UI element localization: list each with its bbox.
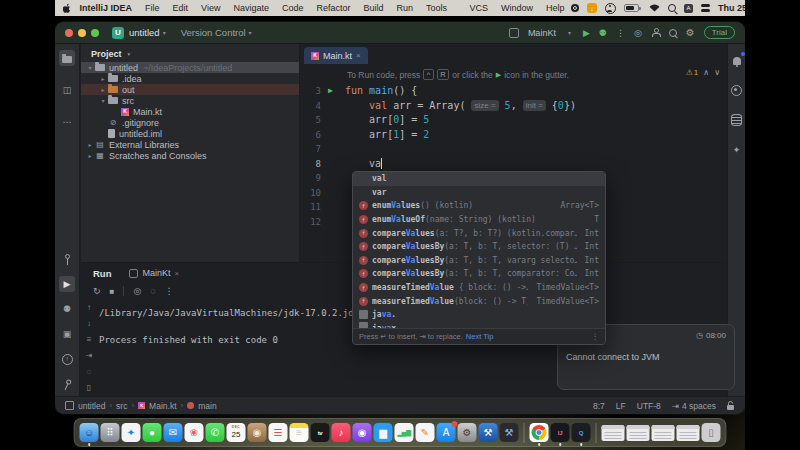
completion-item-4[interactable]: fcompareValues(a: T?, b: T?) (kotlin.com… — [353, 226, 605, 240]
breadcrumb-main-kt[interactable]: Main.kt — [149, 401, 176, 411]
dock-minimized-window-2[interactable] — [627, 425, 650, 441]
line-separator[interactable]: LF — [616, 401, 626, 411]
dock-contacts[interactable]: ◉ — [248, 423, 267, 442]
tree-item-src[interactable]: ▾src — [81, 95, 299, 106]
more-icon[interactable]: ⋮ — [592, 332, 600, 341]
trial-badge[interactable]: Trial — [704, 26, 735, 39]
apple-menu-icon[interactable] — [63, 3, 71, 13]
dock-music[interactable]: ♪ — [332, 423, 351, 442]
menu-run[interactable]: Run — [396, 3, 413, 13]
dock-reminders[interactable]: ☰ — [269, 423, 288, 442]
run-tab-mainkt[interactable]: MainKt × — [129, 268, 179, 278]
spotlight-search-icon[interactable] — [668, 4, 676, 12]
restore-layout-icon[interactable]: ◎ — [133, 286, 141, 296]
menu-vcs[interactable]: VCS — [470, 3, 489, 13]
dock-facetime[interactable]: ✆ — [206, 423, 225, 442]
completion-item-5[interactable]: fcompareValuesBy(a: T, b: T, selector: (… — [353, 240, 605, 254]
dock-notes[interactable]: ≡ — [290, 423, 309, 442]
settings-gear-icon[interactable]: ⚙ — [686, 27, 695, 38]
dock-pages[interactable]: ✎ — [416, 423, 435, 442]
menu-file[interactable]: File — [145, 3, 160, 13]
menu-help[interactable]: Help — [546, 3, 565, 13]
debug-tool-icon[interactable]: ⚉ — [59, 301, 75, 317]
dock-app-store[interactable]: A — [437, 423, 456, 442]
breadcrumb-src[interactable]: src — [116, 401, 127, 411]
print-icon[interactable]: ◌ — [87, 367, 92, 376]
soft-wrap-icon[interactable]: ≡ — [87, 335, 92, 344]
run-button[interactable]: ▶ — [583, 28, 590, 38]
next-tip-link[interactable]: Next Tip — [466, 332, 494, 341]
tree-item-out[interactable]: ▸out — [81, 84, 299, 95]
vcs-widget[interactable]: Version Control — [181, 27, 246, 38]
download-status-icon[interactable]: ↓ — [587, 3, 597, 13]
branch-icon[interactable] — [59, 376, 75, 392]
breadcrumb-main[interactable]: main — [198, 401, 216, 411]
notifications-icon[interactable] — [729, 52, 745, 68]
pin-tab-icon[interactable]: ◌ — [150, 286, 155, 296]
menu-refactor[interactable]: Refactor — [316, 3, 350, 13]
scroll-to-end-icon[interactable]: ⇥ — [86, 351, 93, 360]
more-actions-icon[interactable]: ⋮ — [616, 28, 625, 38]
stop-icon[interactable]: ■ — [110, 287, 115, 296]
run-tool-icon[interactable]: ▶ — [59, 276, 75, 292]
dock-system-settings[interactable]: ⚙ — [458, 423, 477, 442]
dock-finder[interactable]: ☺ — [80, 423, 99, 442]
completion-item-0[interactable]: val — [353, 172, 605, 186]
tree-item-untitled-iml[interactable]: untitled.iml — [81, 128, 299, 139]
completion-item-7[interactable]: fcompareValuesBy(a: T, b: T, comparator:… — [353, 267, 605, 281]
add-user-icon[interactable] — [651, 28, 660, 37]
project-widget[interactable]: untitled — [129, 27, 160, 38]
minimize-window-button[interactable] — [78, 29, 86, 37]
dock-launchpad[interactable]: ⠿ — [101, 423, 120, 442]
input-source-icon[interactable]: A — [684, 4, 693, 13]
problems-icon[interactable]: ! — [59, 351, 75, 367]
frames-icon[interactable]: ▣ — [59, 326, 75, 342]
completion-item-2[interactable]: fenumValues() (kotlin)Array<T> — [353, 199, 605, 213]
dock-minimized-window-3[interactable] — [652, 425, 675, 441]
project-panel-header[interactable]: Project ▾ — [81, 46, 299, 62]
menu-tools[interactable]: Tools — [426, 3, 447, 13]
rerun-icon[interactable]: ↻ — [93, 286, 101, 296]
dock-safari[interactable]: ✦ — [122, 423, 141, 442]
dock-podcasts[interactable]: ◉ — [353, 423, 372, 442]
completion-item-3[interactable]: fenumValueOf(name: String) (kotlin)T — [353, 213, 605, 227]
menu-view[interactable]: View — [201, 3, 220, 13]
project-avatar[interactable]: U — [112, 27, 124, 39]
user-switch-icon[interactable] — [605, 3, 616, 14]
commit-icon[interactable]: ◫ — [59, 82, 75, 98]
database-icon[interactable] — [729, 112, 745, 128]
gradle-icon[interactable] — [729, 82, 745, 98]
more-icon[interactable]: ⋮ — [165, 286, 174, 296]
ai-assistant-icon[interactable]: ✦ — [729, 142, 745, 158]
tree-item-untitled[interactable]: ▾untitled~/IdeaProjects/untitled — [81, 62, 299, 73]
completion-item-8[interactable]: fmeasureTimedValue { block: () ->…TimedV… — [353, 281, 605, 295]
dock-numbers[interactable]: ▂▅▇ — [395, 423, 414, 442]
run-console-output[interactable]: /Library/Java/JavaVirtualMachines/jdk-17… — [99, 307, 370, 348]
tree-item-scratches-and-consoles[interactable]: ▸▦Scratches and Consoles — [81, 150, 299, 161]
battery-icon[interactable] — [624, 4, 639, 12]
tree-item-main-kt[interactable]: KMain.kt — [81, 106, 299, 117]
close-icon[interactable]: × — [174, 269, 179, 278]
more-tool-windows-icon[interactable]: ⋯ — [59, 114, 75, 130]
screen-recording-icon[interactable] — [571, 4, 579, 12]
dock-keynote[interactable]: ▆ — [374, 423, 393, 442]
debug-button[interactable]: ⚉ — [599, 28, 607, 38]
dock-minimized-window-1[interactable] — [602, 425, 625, 441]
project-icon[interactable] — [59, 50, 75, 66]
breadcrumb-untitled[interactable]: untitled — [78, 401, 105, 411]
menu-build[interactable]: Build — [363, 3, 383, 13]
menu-navigate[interactable]: Navigate — [233, 3, 269, 13]
fullscreen-window-button[interactable] — [91, 29, 99, 37]
menu-code[interactable]: Code — [282, 3, 304, 13]
down-stack-icon[interactable]: ↓ — [87, 319, 91, 328]
dock-messages[interactable]: ● — [143, 423, 162, 442]
dock-calendar[interactable]: DEC25 — [227, 423, 246, 442]
code-with-me-icon[interactable]: ◎ — [634, 28, 642, 38]
run-config-selector[interactable]: MainKt — [528, 28, 556, 38]
dock-mail[interactable]: ✉ — [164, 423, 183, 442]
wifi-icon[interactable] — [649, 4, 660, 12]
control-center-icon[interactable] — [701, 4, 710, 13]
clear-console-icon[interactable]: ▯ — [87, 383, 91, 392]
dock-xcode[interactable]: ⚒ — [479, 423, 498, 442]
completion-item-6[interactable]: fcompareValuesBy(a: T, b: T, vararg sele… — [353, 254, 605, 268]
